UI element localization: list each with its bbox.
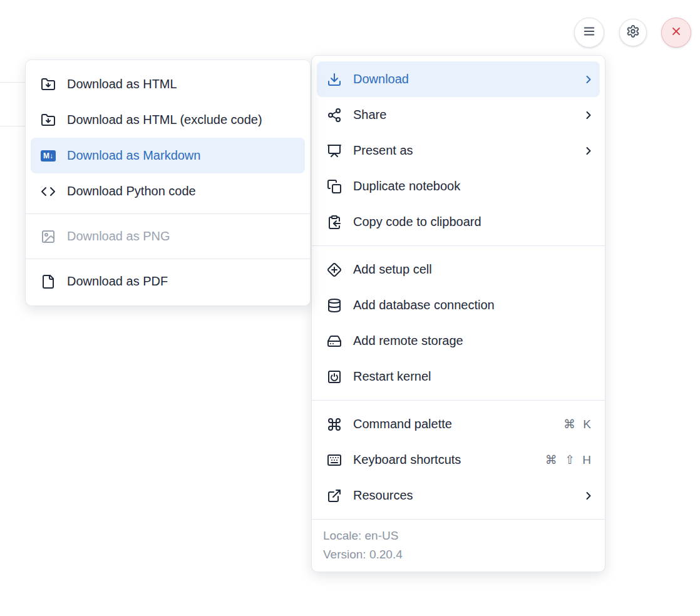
divider [26, 213, 310, 214]
submenu-item-label: Download Python code [67, 184, 300, 198]
menu-item-download[interactable]: Download [317, 61, 600, 97]
submenu-item-download-as-html-exclude-code[interactable]: Download as HTML (exclude code) [31, 102, 305, 138]
square-power-icon [327, 369, 342, 384]
chevron-right-icon [582, 145, 595, 157]
diamond-plus-icon [327, 262, 342, 277]
background-cell-border [0, 126, 26, 126]
folder-down-icon [41, 113, 56, 128]
copy-icon [327, 179, 342, 194]
database-icon [327, 298, 342, 313]
submenu-item-download-as-pdf[interactable]: Download as PDF [31, 264, 305, 299]
external-link-icon [327, 488, 342, 503]
menu-item-keyboard-shortcuts[interactable]: Keyboard shortcuts ⌘ ⇧ H [317, 442, 600, 478]
menu-section-help: Command palette ⌘ K Keyboard shortcuts ⌘… [312, 400, 605, 519]
menu-item-label: Download [353, 72, 571, 86]
menu-item-add-database-connection[interactable]: Add database connection [317, 287, 600, 323]
chevron-right-icon [582, 73, 595, 86]
settings-button[interactable] [619, 19, 647, 46]
menu-item-label: Add database connection [353, 298, 595, 312]
menu-section-notebook: Download Share Present as Duplicate note… [312, 56, 605, 245]
gear-icon [626, 24, 640, 41]
menu-item-add-setup-cell[interactable]: Add setup cell [317, 252, 600, 287]
menu-item-label: Command palette [353, 417, 552, 431]
menu-item-label: Keyboard shortcuts [353, 453, 534, 467]
menu-item-label: Add setup cell [353, 262, 595, 277]
hamburger-icon [582, 24, 596, 41]
menu-item-label: Add remote storage [353, 334, 595, 348]
presentation-icon [327, 143, 342, 158]
menu-section-cells: Add setup cell Add database connection A… [312, 245, 605, 400]
download-submenu: Download as HTML Download as HTML (exclu… [25, 59, 311, 306]
notebook-menu-button[interactable] [574, 18, 604, 48]
background-cell-border [0, 82, 26, 83]
notebook-app-background: { "toolbar": { "menu_button": { "icon": … [0, 0, 700, 616]
menu-item-label: Copy code to clipboard [353, 215, 595, 229]
command-icon [327, 417, 342, 432]
chevron-right-icon [582, 490, 595, 502]
menu-item-add-remote-storage[interactable]: Add remote storage [317, 323, 600, 359]
menu-footer: Locale: en-US Version: 0.20.4 [312, 519, 605, 572]
menu-item-copy-code-to-clipboard[interactable]: Copy code to clipboard [317, 204, 600, 240]
menu-item-restart-kernel[interactable]: Restart kernel [317, 359, 600, 394]
keyboard-shortcut-hint: ⌘ ⇧ H [545, 453, 595, 467]
submenu-item-download-as-png: Download as PNG [31, 218, 305, 254]
chevron-right-icon [582, 109, 595, 121]
menu-item-label: Share [353, 108, 571, 122]
code-icon [41, 184, 56, 199]
hard-drive-icon [327, 334, 342, 349]
menu-item-share[interactable]: Share [317, 97, 600, 133]
clipboard-copy-icon [327, 215, 342, 230]
menu-item-label: Present as [353, 143, 571, 158]
keyboard-icon [327, 453, 342, 468]
version-text: Version: 0.20.4 [323, 545, 594, 564]
menu-item-resources[interactable]: Resources [317, 478, 600, 513]
notebook-actions-menu: Download Share Present as Duplicate note… [311, 55, 605, 572]
download-icon [327, 72, 342, 87]
submenu-item-label: Download as PNG [67, 229, 300, 244]
keyboard-shortcut-hint: ⌘ K [564, 417, 595, 431]
file-icon [41, 274, 56, 289]
folder-down-icon [41, 77, 56, 92]
menu-item-label: Duplicate notebook [353, 179, 595, 193]
submenu-item-download-as-html[interactable]: Download as HTML [31, 66, 305, 102]
submenu-item-label: Download as HTML (exclude code) [67, 113, 300, 127]
close-notebook-button[interactable] [661, 18, 691, 48]
markdown-badge-icon: M↓ [41, 148, 56, 163]
menu-item-command-palette[interactable]: Command palette ⌘ K [317, 406, 600, 442]
close-icon [670, 25, 682, 40]
submenu-item-label: Download as Markdown [67, 148, 300, 163]
locale-text: Locale: en-US [323, 526, 594, 545]
share-icon [327, 108, 342, 123]
menu-item-label: Resources [353, 488, 571, 503]
image-icon [41, 229, 56, 244]
menu-item-label: Restart kernel [353, 369, 595, 384]
submenu-item-label: Download as PDF [67, 274, 300, 289]
submenu-item-download-as-markdown[interactable]: M↓ Download as Markdown [31, 138, 305, 173]
submenu-item-download-python-code[interactable]: Download Python code [31, 173, 305, 209]
menu-item-duplicate-notebook[interactable]: Duplicate notebook [317, 168, 600, 204]
menu-item-present-as[interactable]: Present as [317, 133, 600, 168]
divider [26, 259, 310, 259]
submenu-item-label: Download as HTML [67, 77, 300, 91]
